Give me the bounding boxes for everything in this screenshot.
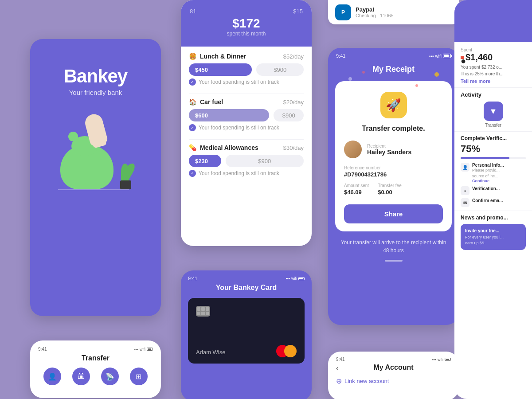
- verify-email-text: Confirm ema...: [472, 198, 503, 203]
- credit-card: Adam Wise: [188, 298, 305, 364]
- budget-card: 81 $15 $172 spent this month 🍔 Lunch & D…: [181, 0, 312, 246]
- spend-partial-bar: [181, 0, 312, 13]
- check-icon-3: ✓: [189, 170, 196, 177]
- receipt-card: 9:41 ▪▪▪ wifi My Receipt 🚀 Transfer comp…: [328, 48, 459, 325]
- budget-item-car: 🏠 Car fuel $20/day $600 $900 ✓ Your food…: [189, 98, 304, 131]
- receipt-scroll-indicator: [385, 260, 403, 262]
- receipt-inner-card: 🚀 Transfer complete. Recipient Hailey Sa…: [335, 81, 452, 231]
- news-card: Invite your frie... For every user you i…: [461, 224, 526, 250]
- car-icon: 🏠: [189, 98, 196, 106]
- budget-item-name-medical: 💊 Medical Allowances: [189, 144, 258, 151]
- check-icon: ✓: [189, 78, 196, 86]
- svg-point-1: [434, 72, 439, 77]
- status-icons: ▪▪▪ wifi: [429, 53, 451, 59]
- bankey-card-title: Your Bankey Card: [181, 284, 312, 292]
- news-card-sub: For every user you i...earn up $5.: [465, 235, 521, 246]
- activity-icon-label: Transfer: [461, 123, 526, 128]
- transfer-complete-text: Transfer complete.: [344, 125, 443, 133]
- activity-icon-wrap: ▼ Transfer: [461, 102, 526, 128]
- continue-link[interactable]: Continue: [472, 179, 504, 183]
- bankey-splash-card: Bankey Your friendly bank: [30, 39, 161, 316]
- recipient-avatar-img: [344, 141, 362, 158]
- paypal-logo: P: [335, 4, 351, 20]
- receipt-footer-text: Your transfer will arrive to the recipie…: [328, 231, 459, 254]
- verify-personal-text: Personal Info... Please provid...source …: [472, 163, 504, 183]
- back-arrow-icon[interactable]: ‹: [336, 364, 338, 372]
- piggy-body: [60, 145, 113, 189]
- panel-news-section: News and promo... Invite your frie... Fo…: [454, 211, 532, 253]
- verify-email: ✉ Confirm ema...: [461, 198, 526, 207]
- receipt-amounts: Amount sent $46.09 Transfer fee $0.00: [344, 183, 443, 201]
- car-rate: $20/day: [283, 99, 304, 106]
- transfer-complete-icon: 🚀: [380, 92, 407, 118]
- car-bar-limit: $900: [274, 109, 304, 121]
- transfer-fee: Transfer fee $0.00: [378, 183, 402, 201]
- verification-icon: ▪: [461, 186, 469, 195]
- lunch-note: ✓ Your food spending is still on track: [189, 78, 304, 86]
- bankey-card-status-icons: ▪▪▪ wifi: [286, 276, 305, 281]
- ref-value: #D79004321786: [344, 171, 443, 178]
- budget-amount: $172: [190, 16, 303, 31]
- news-title: News and promo...: [461, 215, 526, 221]
- lunch-icon: 🍔: [189, 53, 196, 60]
- verify-verification: ▪ Verification...: [461, 186, 526, 195]
- paypal-info: Paypal Checking . 11065: [356, 6, 394, 18]
- activity-transfer-icon[interactable]: ▼: [484, 102, 503, 121]
- check-icon-2: ✓: [189, 124, 196, 131]
- verify-bar-fill: [461, 157, 509, 159]
- receipt-title: My Receipt: [372, 65, 415, 74]
- paypal-partial-card: P Paypal Checking . 11065: [328, 0, 459, 24]
- svg-point-0: [348, 77, 352, 81]
- email-icon: ✉: [461, 198, 469, 207]
- wifi-icon: wifi: [435, 54, 442, 59]
- transfer-title: Transfer: [38, 354, 153, 362]
- battery-icon: [443, 54, 451, 58]
- verify-verification-text: Verification...: [472, 186, 500, 191]
- account-card: 9:41 ▪▪▪ wifi ‹ My Account ⊕ Link new ac…: [328, 352, 459, 399]
- budget-body: 🍔 Lunch & Dinner $52/day $450 $900 ✓ You…: [181, 47, 312, 191]
- transfer-status-bar: 9:41 ▪▪▪ wifi: [38, 347, 153, 352]
- transfer-wifi-icon[interactable]: 📡: [101, 368, 119, 385]
- account-status-icons: ▪▪▪ wifi: [432, 357, 451, 362]
- medical-bar-limit: $900: [226, 155, 304, 167]
- verify-personal-info: 👤 Personal Info... Please provid...sourc…: [461, 163, 526, 183]
- paypal-name: Paypal: [356, 6, 394, 13]
- plant-illustration: [116, 154, 136, 189]
- bankey-card-status-bar: 9:41 ▪▪▪ wifi: [181, 270, 312, 284]
- recipient-info: Recipient Hailey Sanders: [367, 144, 411, 156]
- spent-dot: ●: [461, 56, 464, 59]
- budget-divider-2: [189, 139, 304, 140]
- transfer-person-icon[interactable]: 👤: [43, 368, 61, 385]
- location-icon: ⊕: [336, 377, 342, 385]
- car-note: ✓ Your food spending is still on track: [189, 124, 304, 131]
- spent-note: You spent $2,732 o...This is 25% more th…: [461, 64, 526, 77]
- transfer-card: 9:41 ▪▪▪ wifi Transfer 👤 🏛 📡 ⊞: [30, 340, 161, 398]
- panel-spent-section: Spent ● $1,460 You spent $2,732 o...This…: [454, 42, 532, 87]
- person-icon: 👤: [461, 163, 469, 172]
- piggy-ear-left: [68, 132, 78, 141]
- activity-title: Activity: [461, 91, 526, 98]
- budget-item-medical: 💊 Medical Allowances $30/day $230 $900 ✓…: [189, 144, 304, 177]
- tell-more-link[interactable]: Tell me more: [461, 78, 526, 84]
- link-account-row[interactable]: ⊕ Link new account: [336, 377, 451, 385]
- recipient-row: Recipient Hailey Sanders: [344, 141, 443, 158]
- medical-bar-fill: $230: [189, 155, 221, 167]
- share-button[interactable]: Share: [344, 204, 443, 223]
- car-bar-fill: $600: [189, 109, 269, 121]
- verify-title: Complete Verific...: [461, 135, 526, 141]
- transfer-bank-icon[interactable]: 🏛: [72, 368, 90, 385]
- verify-bar-bg: [461, 157, 526, 159]
- plant-pot: [120, 180, 131, 189]
- piggy-illustration: [51, 110, 140, 198]
- account-status-bar: 9:41 ▪▪▪ wifi: [336, 357, 451, 362]
- transfer-status-icons: ▪▪▪ wifi: [134, 347, 153, 352]
- link-account-label[interactable]: Link new account: [344, 378, 389, 384]
- svg-point-3: [362, 71, 365, 74]
- brand-tagline: Your friendly bank: [69, 89, 122, 96]
- brand-title: Bankey: [64, 66, 127, 87]
- transfer-qr-icon[interactable]: ⊞: [130, 368, 148, 385]
- chip-icon: [196, 306, 210, 317]
- spent-label: Spent: [461, 47, 526, 52]
- medical-rate: $30/day: [283, 145, 304, 151]
- budget-label: spent this month: [190, 31, 303, 37]
